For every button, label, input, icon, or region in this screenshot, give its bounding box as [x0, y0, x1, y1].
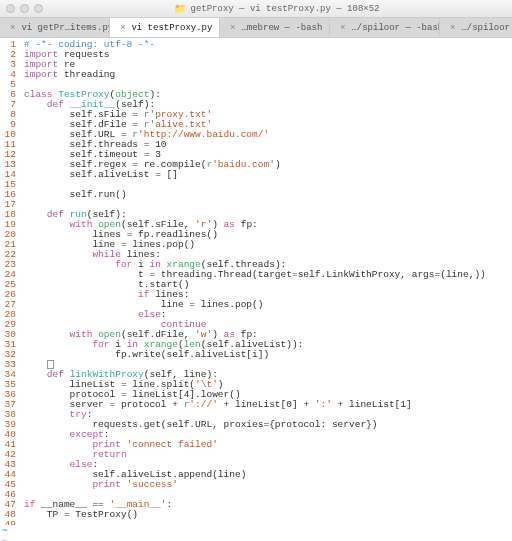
tab-label: …mebrew — -bash — [241, 23, 322, 33]
code-line[interactable]: self.run() — [24, 190, 486, 200]
code-line[interactable]: import requests — [24, 50, 486, 60]
tab[interactable]: ×vi getPr…items.py — [0, 18, 110, 37]
close-icon[interactable]: × — [450, 23, 455, 33]
window-titlebar: 📁 getProxy — vi testProxy.py — 108×52 — [0, 0, 512, 18]
tab[interactable]: ×…/spiloor — -bash — [330, 18, 440, 37]
window-title-text: getProxy — vi testProxy.py — 108×52 — [190, 4, 379, 14]
tab[interactable]: ×vi testProxy.py — [110, 18, 220, 37]
code-line[interactable]: TP = TestProxy() — [24, 510, 486, 520]
editor-area[interactable]: 1234567891011121314151617181920212223242… — [0, 38, 512, 525]
traffic-light-close-icon[interactable] — [6, 4, 15, 13]
code-line[interactable]: self.aliveList = [] — [24, 170, 486, 180]
tab-bar: ×vi getPr…items.py×vi testProxy.py×…mebr… — [0, 18, 512, 38]
tab-label: vi testProxy.py — [131, 23, 212, 33]
tab-label: vi getPr…items.py — [21, 23, 110, 33]
tab[interactable]: ×…/spiloor — -bash — [440, 18, 512, 37]
line-number-gutter: 1234567891011121314151617181920212223242… — [0, 38, 20, 525]
vim-tilde: ~ — [0, 536, 512, 541]
tab-label: …/spiloor — -bash — [351, 23, 440, 33]
close-icon[interactable]: × — [340, 23, 345, 33]
vim-tilde: ~ — [0, 525, 512, 536]
close-icon[interactable]: × — [10, 23, 15, 33]
code-line[interactable]: fp.write(self.aliveList[i]) — [24, 350, 486, 360]
tab-label: …/spiloor — -bash — [461, 23, 512, 33]
close-icon[interactable]: × — [120, 23, 125, 33]
code-line[interactable]: print 'success' — [24, 480, 486, 490]
code-content[interactable]: # -*- coding: utf-8 -*-import requestsim… — [20, 38, 486, 525]
folder-icon: 📁 — [174, 3, 186, 15]
traffic-light-minimize-icon[interactable] — [20, 4, 29, 13]
code-line[interactable] — [24, 520, 486, 525]
code-line[interactable]: server = protocol + r'://' + lineList[0]… — [24, 400, 486, 410]
close-icon[interactable]: × — [230, 23, 235, 33]
code-line[interactable]: import threading — [24, 70, 486, 80]
cursor-box — [47, 360, 54, 369]
tab[interactable]: ×…mebrew — -bash — [220, 18, 330, 37]
window-title: 📁 getProxy — vi testProxy.py — 108×52 — [48, 3, 506, 15]
traffic-light-zoom-icon[interactable] — [34, 4, 43, 13]
